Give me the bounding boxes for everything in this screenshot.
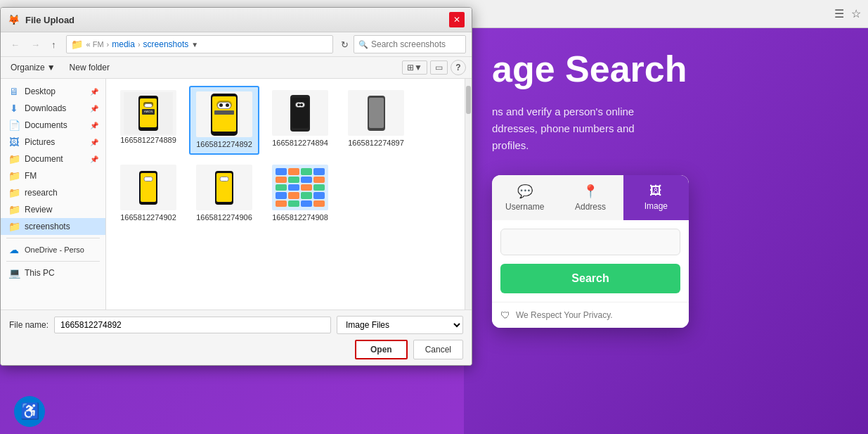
preview-pane-button[interactable]: ▭ bbox=[430, 60, 448, 75]
search-tabs: 💬 Username 📍 Address 🖼 Image bbox=[492, 175, 689, 220]
tab-address[interactable]: 📍 Address bbox=[557, 175, 623, 220]
sidebar-item-document[interactable]: 📁 Document 📌 bbox=[1, 151, 105, 167]
sidebar-item-research[interactable]: 📁 research bbox=[1, 184, 105, 201]
sidebar-item-review[interactable]: 📁 Review bbox=[1, 201, 105, 218]
accessibility-button[interactable]: ♿ bbox=[14, 396, 45, 427]
refresh-button[interactable]: ↻ bbox=[339, 37, 351, 52]
filename-input[interactable] bbox=[54, 317, 331, 333]
pin-icon-dl: 📌 bbox=[90, 105, 98, 113]
file-row-1: HWON 1665812274889 bbox=[113, 86, 458, 155]
filename-row: File name: Image Files bbox=[9, 316, 463, 334]
screenshots-folder-icon: 📁 bbox=[8, 221, 20, 232]
accessibility-icon: ♿ bbox=[20, 402, 39, 421]
dialog-sidebar: 🖥 Desktop 📌 ⬇ Downloads 📌 📄 Documents 📌 … bbox=[1, 79, 106, 309]
sidebar-item-desktop[interactable]: 🖥 Desktop 📌 bbox=[1, 83, 105, 100]
sidebar-downloads-label: Downloads bbox=[25, 103, 66, 113]
search-input[interactable] bbox=[371, 39, 455, 49]
tab-image[interactable]: 🖼 Image bbox=[623, 175, 689, 220]
sidebar-item-fm[interactable]: 📁 FM bbox=[1, 167, 105, 184]
file-item-5[interactable]: 1665812274902 bbox=[113, 160, 183, 226]
review-folder-icon: 📁 bbox=[8, 204, 20, 215]
sidebar-fm-label: FM bbox=[25, 171, 37, 181]
cancel-button[interactable]: Cancel bbox=[413, 340, 463, 359]
sidebar-separator bbox=[6, 238, 100, 238]
scrollbar[interactable] bbox=[465, 79, 472, 309]
file-item-2[interactable]: 1665812274892 bbox=[189, 86, 259, 155]
address-icon: 📍 bbox=[583, 184, 598, 199]
browser-star-icon[interactable]: ☆ bbox=[851, 7, 861, 20]
sidebar-desktop-label: Desktop bbox=[25, 87, 56, 96]
sidebar-screenshots-label: screenshots bbox=[25, 222, 70, 231]
file-item-4[interactable]: 1665812274897 bbox=[341, 86, 411, 155]
view-controls: ⊞▼ ▭ ? bbox=[402, 60, 466, 75]
browser-bookmark-icon[interactable]: ☰ bbox=[834, 7, 844, 20]
sidebar-onedrive-label: OneDrive - Perso bbox=[25, 245, 84, 254]
file-item-3[interactable]: 1665812274894 bbox=[265, 86, 335, 155]
view-toggle-button[interactable]: ⊞▼ bbox=[402, 60, 427, 75]
filetype-select[interactable]: Image Files bbox=[337, 316, 463, 334]
image-search-input[interactable] bbox=[500, 229, 680, 255]
secondary-toolbar: Organize ▼ New folder ⊞▼ ▭ ? bbox=[1, 57, 472, 79]
research-folder-icon: 📁 bbox=[8, 187, 20, 198]
sidebar-review-label: Review bbox=[25, 205, 52, 215]
file-item-1[interactable]: HWON 1665812274889 bbox=[113, 86, 183, 155]
search-button[interactable]: Search bbox=[500, 264, 680, 293]
sidebar-item-pictures[interactable]: 🖼 Pictures 📌 bbox=[1, 134, 105, 151]
sidebar-item-documents[interactable]: 📄 Documents 📌 bbox=[1, 117, 105, 134]
sidebar-item-onedrive[interactable]: ☁ OneDrive - Perso bbox=[1, 241, 105, 258]
breadcrumb-screenshots[interactable]: screenshots bbox=[143, 39, 189, 49]
organize-dropdown-icon: ▼ bbox=[47, 63, 56, 72]
address-bar: 📁 « FM › media › screenshots ▼ bbox=[66, 35, 334, 53]
file-name-2: 1665812274892 bbox=[196, 140, 252, 149]
file-name-3: 1665812274894 bbox=[272, 139, 328, 148]
tab-image-label: Image bbox=[644, 201, 668, 211]
breadcrumb-sep1: › bbox=[107, 40, 110, 49]
dialog-body: 🖥 Desktop 📌 ⬇ Downloads 📌 📄 Documents 📌 … bbox=[1, 79, 472, 309]
page-description-2: ddresses, phone numbers and bbox=[492, 120, 840, 137]
open-button[interactable]: Open bbox=[355, 340, 408, 359]
sidebar-pictures-label: Pictures bbox=[25, 137, 55, 147]
pin-icon-doc: 📌 bbox=[90, 155, 98, 163]
sidebar-thispc-label: This PC bbox=[25, 268, 55, 278]
sidebar-item-thispc[interactable]: 💻 This PC bbox=[1, 264, 105, 281]
up-button[interactable]: ↑ bbox=[47, 37, 60, 52]
sidebar-document-label: Document bbox=[25, 154, 63, 164]
shield-icon: 🛡 bbox=[500, 309, 510, 321]
tab-username[interactable]: 💬 Username bbox=[492, 175, 557, 220]
file-item-6[interactable]: 1665812274906 bbox=[189, 160, 259, 226]
breadcrumb-media[interactable]: media bbox=[112, 39, 135, 49]
sidebar-item-screenshots[interactable]: 📁 screenshots bbox=[1, 218, 105, 235]
scrollbar-thumb[interactable] bbox=[466, 86, 471, 114]
close-button[interactable]: ✕ bbox=[449, 12, 465, 27]
page-heading: age Search bbox=[492, 49, 840, 89]
file-thumb-4 bbox=[348, 90, 404, 136]
documents-icon: 📄 bbox=[8, 120, 20, 131]
back-button[interactable]: ← bbox=[6, 37, 24, 52]
document-folder-icon: 📁 bbox=[8, 153, 20, 165]
file-item-7[interactable]: 1665812274908 bbox=[265, 160, 335, 226]
address-dropdown[interactable]: ▼ bbox=[191, 41, 198, 49]
file-thumb-1: HWON bbox=[120, 90, 176, 136]
firefox-icon: 🦊 bbox=[8, 14, 20, 25]
page-description-3: profiles. bbox=[492, 137, 840, 154]
pin-icon: 📌 bbox=[90, 88, 98, 96]
new-folder-button[interactable]: New folder bbox=[65, 60, 114, 75]
dialog-nav-toolbar: ← → ↑ 📁 « FM › media › screenshots ▼ ↻ 🔍 bbox=[1, 32, 472, 57]
breadcrumb-prefix: « FM bbox=[86, 40, 104, 49]
search-widget: 💬 Username 📍 Address 🖼 Image Search 🛡 We… bbox=[492, 175, 689, 328]
help-button[interactable]: ? bbox=[451, 60, 466, 75]
sidebar-docs-label: Documents bbox=[25, 120, 67, 130]
file-list: HWON 1665812274889 bbox=[106, 79, 465, 309]
file-row-2: 1665812274902 1665812274906 bbox=[113, 160, 458, 226]
privacy-note: 🛡 We Respect Your Privacy. bbox=[492, 302, 689, 328]
page-description-1: ns and verify a person's online bbox=[492, 103, 840, 120]
file-name-5: 1665812274902 bbox=[120, 213, 176, 222]
pin-icon-pic: 📌 bbox=[90, 139, 98, 146]
sidebar-item-downloads[interactable]: ⬇ Downloads 📌 bbox=[1, 100, 105, 117]
pin-icon-docs: 📌 bbox=[90, 122, 98, 129]
search-icon: 🔍 bbox=[358, 40, 368, 49]
file-name-7: 1665812274908 bbox=[272, 213, 328, 222]
forward-button[interactable]: → bbox=[27, 37, 44, 52]
tab-address-label: Address bbox=[575, 202, 606, 212]
organize-button[interactable]: Organize ▼ bbox=[6, 60, 60, 75]
